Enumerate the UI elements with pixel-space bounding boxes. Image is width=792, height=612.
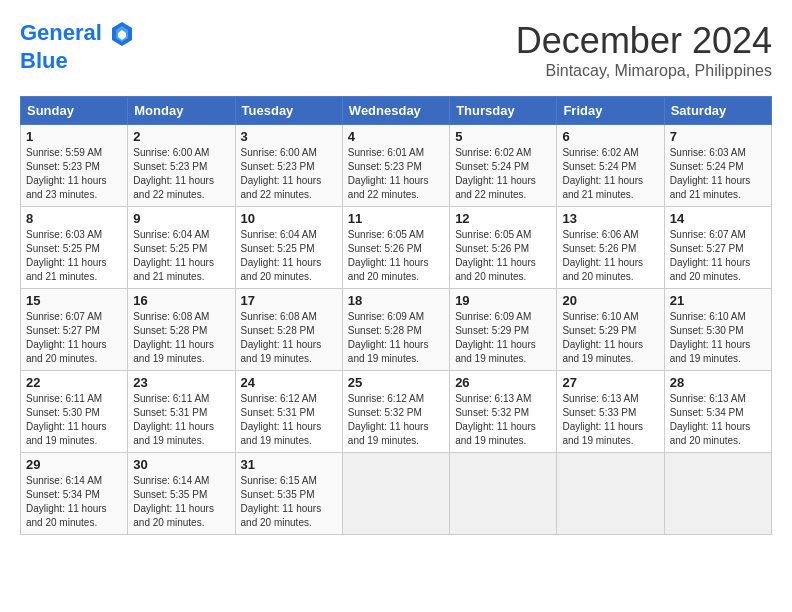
col-header-monday: Monday (128, 97, 235, 125)
day-info: Sunrise: 6:02 AM Sunset: 5:24 PM Dayligh… (562, 146, 658, 202)
day-number: 1 (26, 129, 122, 144)
calendar-cell: 3Sunrise: 6:00 AM Sunset: 5:23 PM Daylig… (235, 125, 342, 207)
logo-blue: Blue (20, 48, 136, 74)
calendar-week-row: 15Sunrise: 6:07 AM Sunset: 5:27 PM Dayli… (21, 289, 772, 371)
logo-text: General (20, 20, 136, 48)
day-number: 17 (241, 293, 337, 308)
day-number: 30 (133, 457, 229, 472)
calendar-cell: 1Sunrise: 5:59 AM Sunset: 5:23 PM Daylig… (21, 125, 128, 207)
day-number: 12 (455, 211, 551, 226)
calendar-week-row: 22Sunrise: 6:11 AM Sunset: 5:30 PM Dayli… (21, 371, 772, 453)
day-info: Sunrise: 6:10 AM Sunset: 5:30 PM Dayligh… (670, 310, 766, 366)
calendar-cell (664, 453, 771, 535)
day-number: 13 (562, 211, 658, 226)
day-info: Sunrise: 6:08 AM Sunset: 5:28 PM Dayligh… (241, 310, 337, 366)
calendar-cell: 11Sunrise: 6:05 AM Sunset: 5:26 PM Dayli… (342, 207, 449, 289)
calendar-header-row: SundayMondayTuesdayWednesdayThursdayFrid… (21, 97, 772, 125)
day-info: Sunrise: 6:10 AM Sunset: 5:29 PM Dayligh… (562, 310, 658, 366)
day-number: 18 (348, 293, 444, 308)
calendar-cell: 14Sunrise: 6:07 AM Sunset: 5:27 PM Dayli… (664, 207, 771, 289)
calendar-week-row: 1Sunrise: 5:59 AM Sunset: 5:23 PM Daylig… (21, 125, 772, 207)
calendar-table: SundayMondayTuesdayWednesdayThursdayFrid… (20, 96, 772, 535)
calendar-cell (557, 453, 664, 535)
day-info: Sunrise: 6:14 AM Sunset: 5:34 PM Dayligh… (26, 474, 122, 530)
day-info: Sunrise: 6:03 AM Sunset: 5:24 PM Dayligh… (670, 146, 766, 202)
day-number: 14 (670, 211, 766, 226)
day-info: Sunrise: 6:05 AM Sunset: 5:26 PM Dayligh… (455, 228, 551, 284)
day-info: Sunrise: 6:04 AM Sunset: 5:25 PM Dayligh… (133, 228, 229, 284)
calendar-cell: 30Sunrise: 6:14 AM Sunset: 5:35 PM Dayli… (128, 453, 235, 535)
day-info: Sunrise: 6:05 AM Sunset: 5:26 PM Dayligh… (348, 228, 444, 284)
location-subtitle: Bintacay, Mimaropa, Philippines (516, 62, 772, 80)
calendar-cell: 12Sunrise: 6:05 AM Sunset: 5:26 PM Dayli… (450, 207, 557, 289)
title-block: December 2024 Bintacay, Mimaropa, Philip… (516, 20, 772, 80)
day-info: Sunrise: 6:12 AM Sunset: 5:31 PM Dayligh… (241, 392, 337, 448)
day-number: 9 (133, 211, 229, 226)
calendar-cell: 10Sunrise: 6:04 AM Sunset: 5:25 PM Dayli… (235, 207, 342, 289)
day-number: 15 (26, 293, 122, 308)
day-number: 29 (26, 457, 122, 472)
col-header-friday: Friday (557, 97, 664, 125)
calendar-cell: 27Sunrise: 6:13 AM Sunset: 5:33 PM Dayli… (557, 371, 664, 453)
day-number: 7 (670, 129, 766, 144)
day-info: Sunrise: 6:09 AM Sunset: 5:29 PM Dayligh… (455, 310, 551, 366)
day-number: 10 (241, 211, 337, 226)
day-info: Sunrise: 6:11 AM Sunset: 5:31 PM Dayligh… (133, 392, 229, 448)
col-header-saturday: Saturday (664, 97, 771, 125)
day-info: Sunrise: 6:04 AM Sunset: 5:25 PM Dayligh… (241, 228, 337, 284)
calendar-cell: 8Sunrise: 6:03 AM Sunset: 5:25 PM Daylig… (21, 207, 128, 289)
calendar-cell: 22Sunrise: 6:11 AM Sunset: 5:30 PM Dayli… (21, 371, 128, 453)
col-header-wednesday: Wednesday (342, 97, 449, 125)
day-info: Sunrise: 6:15 AM Sunset: 5:35 PM Dayligh… (241, 474, 337, 530)
day-info: Sunrise: 6:00 AM Sunset: 5:23 PM Dayligh… (241, 146, 337, 202)
calendar-week-row: 29Sunrise: 6:14 AM Sunset: 5:34 PM Dayli… (21, 453, 772, 535)
day-number: 25 (348, 375, 444, 390)
calendar-cell: 15Sunrise: 6:07 AM Sunset: 5:27 PM Dayli… (21, 289, 128, 371)
day-info: Sunrise: 6:11 AM Sunset: 5:30 PM Dayligh… (26, 392, 122, 448)
calendar-cell (342, 453, 449, 535)
day-info: Sunrise: 6:07 AM Sunset: 5:27 PM Dayligh… (26, 310, 122, 366)
calendar-cell: 7Sunrise: 6:03 AM Sunset: 5:24 PM Daylig… (664, 125, 771, 207)
day-info: Sunrise: 6:02 AM Sunset: 5:24 PM Dayligh… (455, 146, 551, 202)
day-number: 27 (562, 375, 658, 390)
day-number: 21 (670, 293, 766, 308)
calendar-cell: 24Sunrise: 6:12 AM Sunset: 5:31 PM Dayli… (235, 371, 342, 453)
day-info: Sunrise: 6:12 AM Sunset: 5:32 PM Dayligh… (348, 392, 444, 448)
day-info: Sunrise: 6:07 AM Sunset: 5:27 PM Dayligh… (670, 228, 766, 284)
calendar-cell: 13Sunrise: 6:06 AM Sunset: 5:26 PM Dayli… (557, 207, 664, 289)
col-header-sunday: Sunday (21, 97, 128, 125)
day-info: Sunrise: 6:13 AM Sunset: 5:32 PM Dayligh… (455, 392, 551, 448)
calendar-cell: 17Sunrise: 6:08 AM Sunset: 5:28 PM Dayli… (235, 289, 342, 371)
calendar-cell: 9Sunrise: 6:04 AM Sunset: 5:25 PM Daylig… (128, 207, 235, 289)
day-info: Sunrise: 6:13 AM Sunset: 5:34 PM Dayligh… (670, 392, 766, 448)
calendar-cell: 23Sunrise: 6:11 AM Sunset: 5:31 PM Dayli… (128, 371, 235, 453)
col-header-thursday: Thursday (450, 97, 557, 125)
day-info: Sunrise: 6:01 AM Sunset: 5:23 PM Dayligh… (348, 146, 444, 202)
calendar-cell: 2Sunrise: 6:00 AM Sunset: 5:23 PM Daylig… (128, 125, 235, 207)
day-number: 6 (562, 129, 658, 144)
logo: General Blue (20, 20, 136, 74)
day-number: 8 (26, 211, 122, 226)
day-number: 23 (133, 375, 229, 390)
day-number: 11 (348, 211, 444, 226)
calendar-cell: 29Sunrise: 6:14 AM Sunset: 5:34 PM Dayli… (21, 453, 128, 535)
day-number: 2 (133, 129, 229, 144)
day-number: 28 (670, 375, 766, 390)
calendar-cell: 18Sunrise: 6:09 AM Sunset: 5:28 PM Dayli… (342, 289, 449, 371)
day-number: 26 (455, 375, 551, 390)
calendar-cell: 25Sunrise: 6:12 AM Sunset: 5:32 PM Dayli… (342, 371, 449, 453)
day-number: 16 (133, 293, 229, 308)
day-info: Sunrise: 6:06 AM Sunset: 5:26 PM Dayligh… (562, 228, 658, 284)
col-header-tuesday: Tuesday (235, 97, 342, 125)
day-number: 3 (241, 129, 337, 144)
calendar-cell: 28Sunrise: 6:13 AM Sunset: 5:34 PM Dayli… (664, 371, 771, 453)
calendar-cell: 4Sunrise: 6:01 AM Sunset: 5:23 PM Daylig… (342, 125, 449, 207)
day-info: Sunrise: 6:08 AM Sunset: 5:28 PM Dayligh… (133, 310, 229, 366)
calendar-cell: 19Sunrise: 6:09 AM Sunset: 5:29 PM Dayli… (450, 289, 557, 371)
day-info: Sunrise: 6:14 AM Sunset: 5:35 PM Dayligh… (133, 474, 229, 530)
day-number: 24 (241, 375, 337, 390)
calendar-cell: 26Sunrise: 6:13 AM Sunset: 5:32 PM Dayli… (450, 371, 557, 453)
day-number: 31 (241, 457, 337, 472)
day-info: Sunrise: 6:03 AM Sunset: 5:25 PM Dayligh… (26, 228, 122, 284)
calendar-cell: 5Sunrise: 6:02 AM Sunset: 5:24 PM Daylig… (450, 125, 557, 207)
